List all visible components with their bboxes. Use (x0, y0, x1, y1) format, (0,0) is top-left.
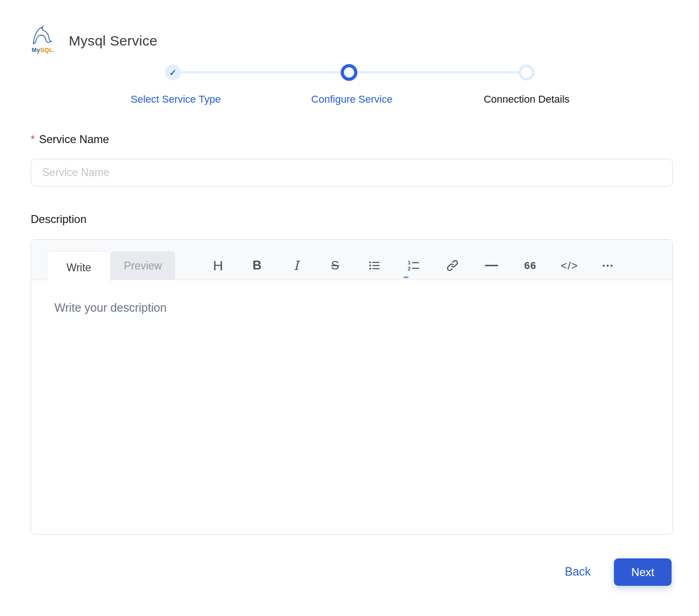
heading-button[interactable]: H (198, 251, 237, 280)
check-icon: ✓ (169, 67, 177, 78)
italic-button[interactable]: I (277, 251, 316, 280)
required-asterisk: * (31, 133, 35, 145)
stepper-connector-1 (173, 71, 349, 73)
quote-button[interactable]: 66 (511, 251, 550, 280)
more-button[interactable]: ••• (589, 251, 628, 280)
mysql-logo-text: MySQL. (32, 47, 55, 53)
step-label-configure-service[interactable]: Configure Service (277, 93, 426, 105)
code-button[interactable]: </> (550, 251, 589, 280)
stepper-connector-2 (349, 71, 527, 73)
step-label-select-service-type[interactable]: Select Service Type (101, 93, 250, 105)
service-name-input[interactable] (31, 159, 673, 186)
step-circle-connection-details[interactable] (519, 65, 534, 80)
unordered-list-button[interactable] (355, 251, 394, 280)
description-textarea[interactable] (31, 281, 672, 534)
bold-icon: B (252, 258, 262, 273)
mysql-service-wizard: MySQL. Mysql Service ✓ Select Service Ty… (0, 0, 699, 616)
link-icon (446, 259, 459, 272)
unordered-list-icon (368, 259, 381, 272)
back-button[interactable]: Back (557, 565, 599, 578)
next-button[interactable]: Next (614, 558, 672, 586)
italic-icon: I (294, 258, 299, 273)
bold-button[interactable]: B (237, 251, 277, 280)
tab-write[interactable]: Write (47, 251, 111, 283)
strikethrough-icon: S (331, 258, 339, 273)
strikethrough-button[interactable]: S (316, 251, 355, 280)
mysql-dolphin-icon (30, 24, 56, 46)
horizontal-rule-icon (485, 265, 498, 266)
step-circle-select-service-type[interactable]: ✓ (165, 65, 181, 80)
svg-text:1: 1 (408, 260, 410, 265)
page-title: Mysql Service (69, 33, 158, 49)
more-options-icon: ••• (603, 262, 614, 269)
mysql-logo: MySQL. (27, 24, 59, 58)
ordered-list-button[interactable]: 1 2 (394, 251, 433, 280)
ordered-list-icon: 1 2 (407, 259, 420, 272)
tab-preview[interactable]: Preview (111, 251, 175, 280)
quote-icon: 66 (524, 260, 536, 272)
editor-toolbar: Write Preview H B I S 1 2 (31, 240, 673, 280)
code-icon: </> (561, 259, 578, 272)
horizontal-rule-button[interactable] (472, 251, 511, 280)
logo-text-my: My (32, 46, 40, 53)
step-label-connection-details[interactable]: Connection Details (452, 93, 601, 105)
description-editor: Write Preview H B I S 1 2 (31, 239, 673, 535)
svg-text:2: 2 (408, 266, 410, 271)
service-name-label: Service Name (39, 133, 109, 145)
logo-text-sql: SQL. (40, 46, 55, 53)
heading-icon: H (213, 258, 223, 274)
formatting-toolbar: H B I S 1 2 (198, 251, 628, 280)
step-circle-configure-service[interactable] (341, 64, 357, 81)
ordered-list-active-marker (403, 276, 409, 278)
link-button[interactable] (433, 251, 472, 280)
description-label: Description (31, 213, 86, 226)
service-name-label-row: *Service Name (31, 133, 109, 146)
